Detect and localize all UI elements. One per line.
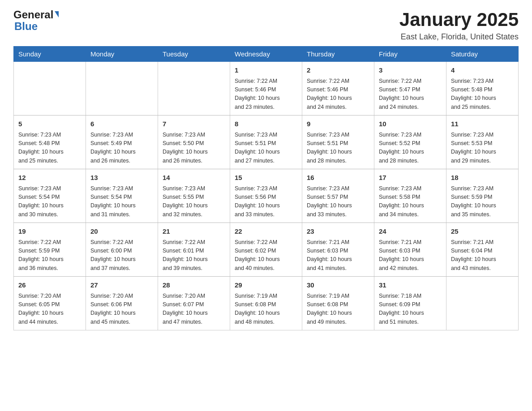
day-number: 30 (307, 280, 369, 291)
day-info: Sunrise: 7:23 AM Sunset: 5:52 PM Dayligh… (379, 131, 442, 166)
day-info: Sunrise: 7:21 AM Sunset: 6:03 PM Dayligh… (307, 238, 369, 273)
calendar-cell: 30Sunrise: 7:19 AM Sunset: 6:08 PM Dayli… (302, 277, 374, 330)
day-info: Sunrise: 7:20 AM Sunset: 6:06 PM Dayligh… (90, 292, 153, 327)
day-number: 19 (18, 227, 81, 237)
calendar-cell: 2Sunrise: 7:22 AM Sunset: 5:46 PM Daylig… (302, 62, 374, 116)
day-info: Sunrise: 7:23 AM Sunset: 5:50 PM Dayligh… (163, 131, 225, 166)
logo: General Blue (13, 9, 59, 33)
calendar-week-2: 5Sunrise: 7:23 AM Sunset: 5:48 PM Daylig… (14, 116, 519, 169)
day-number: 22 (235, 227, 297, 237)
calendar-cell: 22Sunrise: 7:22 AM Sunset: 6:02 PM Dayli… (230, 223, 302, 277)
day-info: Sunrise: 7:22 AM Sunset: 6:02 PM Dayligh… (235, 238, 297, 273)
calendar-cell: 16Sunrise: 7:23 AM Sunset: 5:57 PM Dayli… (302, 169, 374, 223)
calendar-table: SundayMondayTuesdayWednesdayThursdayFrid… (13, 46, 519, 330)
day-info: Sunrise: 7:20 AM Sunset: 6:07 PM Dayligh… (163, 292, 225, 327)
day-number: 16 (307, 173, 369, 183)
calendar-week-4: 19Sunrise: 7:22 AM Sunset: 5:59 PM Dayli… (14, 223, 519, 277)
calendar-cell: 7Sunrise: 7:23 AM Sunset: 5:50 PM Daylig… (158, 116, 230, 169)
weekday-header-friday: Friday (374, 47, 446, 62)
day-number: 3 (379, 65, 442, 76)
calendar-cell: 23Sunrise: 7:21 AM Sunset: 6:03 PM Dayli… (302, 223, 374, 277)
calendar-cell: 6Sunrise: 7:23 AM Sunset: 5:49 PM Daylig… (86, 116, 158, 169)
day-info: Sunrise: 7:23 AM Sunset: 5:57 PM Dayligh… (307, 184, 369, 219)
calendar-cell: 18Sunrise: 7:23 AM Sunset: 5:59 PM Dayli… (446, 169, 519, 223)
day-number: 11 (451, 119, 514, 129)
calendar-cell: 25Sunrise: 7:21 AM Sunset: 6:04 PM Dayli… (446, 223, 519, 277)
logo-triangle-icon (55, 11, 59, 17)
day-info: Sunrise: 7:22 AM Sunset: 5:46 PM Dayligh… (307, 77, 369, 112)
day-number: 14 (163, 173, 225, 183)
day-info: Sunrise: 7:23 AM Sunset: 5:48 PM Dayligh… (451, 77, 514, 112)
day-info: Sunrise: 7:21 AM Sunset: 6:03 PM Dayligh… (379, 238, 442, 273)
calendar-cell: 14Sunrise: 7:23 AM Sunset: 5:55 PM Dayli… (158, 169, 230, 223)
day-info: Sunrise: 7:23 AM Sunset: 5:55 PM Dayligh… (163, 184, 225, 219)
day-number: 6 (90, 119, 153, 129)
day-info: Sunrise: 7:23 AM Sunset: 5:54 PM Dayligh… (90, 184, 153, 219)
day-number: 4 (451, 65, 514, 76)
weekday-header-thursday: Thursday (302, 47, 374, 62)
day-number: 18 (451, 173, 514, 183)
calendar-cell: 24Sunrise: 7:21 AM Sunset: 6:03 PM Dayli… (374, 223, 446, 277)
day-info: Sunrise: 7:23 AM Sunset: 5:56 PM Dayligh… (235, 184, 297, 219)
day-number: 13 (90, 173, 153, 183)
title-block: January 2025 East Lake, Florida, United … (399, 9, 519, 42)
day-number: 27 (90, 280, 153, 291)
calendar-cell: 15Sunrise: 7:23 AM Sunset: 5:56 PM Dayli… (230, 169, 302, 223)
day-number: 28 (163, 280, 225, 291)
day-info: Sunrise: 7:22 AM Sunset: 6:00 PM Dayligh… (90, 238, 153, 273)
day-info: Sunrise: 7:22 AM Sunset: 6:01 PM Dayligh… (163, 238, 225, 273)
calendar-week-1: 1Sunrise: 7:22 AM Sunset: 5:46 PM Daylig… (14, 62, 519, 116)
calendar-cell: 12Sunrise: 7:23 AM Sunset: 5:54 PM Dayli… (14, 169, 86, 223)
day-info: Sunrise: 7:23 AM Sunset: 5:48 PM Dayligh… (18, 131, 81, 166)
calendar-cell: 13Sunrise: 7:23 AM Sunset: 5:54 PM Dayli… (86, 169, 158, 223)
day-number: 31 (379, 280, 442, 291)
day-number: 17 (379, 173, 442, 183)
day-number: 12 (18, 173, 81, 183)
weekday-header-row: SundayMondayTuesdayWednesdayThursdayFrid… (14, 47, 519, 62)
calendar-cell: 10Sunrise: 7:23 AM Sunset: 5:52 PM Dayli… (374, 116, 446, 169)
day-info: Sunrise: 7:21 AM Sunset: 6:04 PM Dayligh… (451, 238, 514, 273)
day-info: Sunrise: 7:23 AM Sunset: 5:49 PM Dayligh… (90, 131, 153, 166)
day-number: 15 (235, 173, 297, 183)
calendar-cell: 19Sunrise: 7:22 AM Sunset: 5:59 PM Dayli… (14, 223, 86, 277)
day-number: 23 (307, 227, 369, 237)
day-number: 20 (90, 227, 153, 237)
day-number: 25 (451, 227, 514, 237)
calendar-cell: 4Sunrise: 7:23 AM Sunset: 5:48 PM Daylig… (446, 62, 519, 116)
calendar-week-5: 26Sunrise: 7:20 AM Sunset: 6:05 PM Dayli… (14, 277, 519, 330)
day-info: Sunrise: 7:19 AM Sunset: 6:08 PM Dayligh… (307, 292, 369, 327)
day-info: Sunrise: 7:22 AM Sunset: 5:47 PM Dayligh… (379, 77, 442, 112)
weekday-header-saturday: Saturday (446, 47, 519, 62)
calendar-cell (158, 62, 230, 116)
logo-general-text: General (13, 9, 53, 21)
page-header: General Blue January 2025 East Lake, Flo… (13, 9, 519, 42)
day-info: Sunrise: 7:23 AM Sunset: 5:51 PM Dayligh… (235, 131, 297, 166)
calendar-cell: 29Sunrise: 7:19 AM Sunset: 6:08 PM Dayli… (230, 277, 302, 330)
calendar-cell: 27Sunrise: 7:20 AM Sunset: 6:06 PM Dayli… (86, 277, 158, 330)
day-info: Sunrise: 7:23 AM Sunset: 5:58 PM Dayligh… (379, 184, 442, 219)
weekday-header-monday: Monday (86, 47, 158, 62)
day-info: Sunrise: 7:23 AM Sunset: 5:53 PM Dayligh… (451, 131, 514, 166)
day-info: Sunrise: 7:23 AM Sunset: 5:54 PM Dayligh… (18, 184, 81, 219)
calendar-cell (14, 62, 86, 116)
day-info: Sunrise: 7:18 AM Sunset: 6:09 PM Dayligh… (379, 292, 442, 327)
day-number: 29 (235, 280, 297, 291)
day-info: Sunrise: 7:22 AM Sunset: 5:46 PM Dayligh… (235, 77, 297, 112)
weekday-header-sunday: Sunday (14, 47, 86, 62)
day-number: 24 (379, 227, 442, 237)
calendar-body: 1Sunrise: 7:22 AM Sunset: 5:46 PM Daylig… (14, 62, 519, 330)
day-info: Sunrise: 7:19 AM Sunset: 6:08 PM Dayligh… (235, 292, 297, 327)
calendar-week-3: 12Sunrise: 7:23 AM Sunset: 5:54 PM Dayli… (14, 169, 519, 223)
calendar-cell (86, 62, 158, 116)
calendar-cell: 17Sunrise: 7:23 AM Sunset: 5:58 PM Dayli… (374, 169, 446, 223)
day-number: 10 (379, 119, 442, 129)
day-number: 8 (235, 119, 297, 129)
calendar-cell: 5Sunrise: 7:23 AM Sunset: 5:48 PM Daylig… (14, 116, 86, 169)
calendar-cell: 1Sunrise: 7:22 AM Sunset: 5:46 PM Daylig… (230, 62, 302, 116)
day-info: Sunrise: 7:23 AM Sunset: 5:59 PM Dayligh… (451, 184, 514, 219)
weekday-header-tuesday: Tuesday (158, 47, 230, 62)
day-number: 2 (307, 65, 369, 76)
logo-bottom-row: Blue (13, 21, 59, 32)
calendar-cell: 11Sunrise: 7:23 AM Sunset: 5:53 PM Dayli… (446, 116, 519, 169)
month-title: January 2025 (399, 9, 519, 30)
